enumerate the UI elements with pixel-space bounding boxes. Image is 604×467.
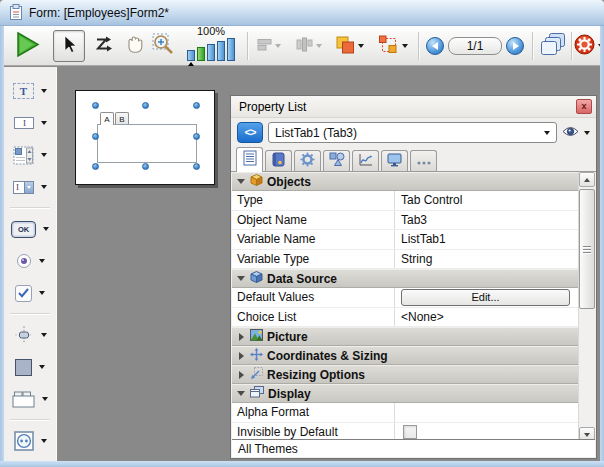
prop-row-variable-type[interactable]: Variable Type String xyxy=(232,250,578,270)
theme-tab-list[interactable] xyxy=(236,147,263,172)
close-icon[interactable]: x xyxy=(576,99,592,114)
zoom-bar-50[interactable] xyxy=(187,50,195,61)
section-display[interactable]: Display xyxy=(232,384,578,403)
tab-control-tool-button[interactable] xyxy=(4,383,56,415)
selection-handle-mid-right[interactable] xyxy=(193,133,200,140)
selection-handle-bottom-right[interactable] xyxy=(193,163,200,170)
button-tool-caret[interactable] xyxy=(43,227,49,231)
checkbox-tool-button[interactable] xyxy=(4,277,56,309)
prop-value[interactable]: ListTab1 xyxy=(394,230,578,249)
prop-value[interactable]: <None> xyxy=(394,308,578,327)
align-dropdown-caret[interactable] xyxy=(275,44,281,48)
selection-tool-button[interactable] xyxy=(53,30,85,62)
objects-cube-icon xyxy=(250,174,263,189)
property-grid-scrollbar[interactable] xyxy=(578,172,595,442)
scrollbar-thumb[interactable] xyxy=(579,189,595,309)
zoom-bar-200[interactable] xyxy=(207,44,215,61)
radio-button-tool-button[interactable] xyxy=(4,245,56,277)
zoom-tool-button[interactable] xyxy=(150,32,178,60)
execute-form-button[interactable] xyxy=(12,32,42,60)
selection-handle-top-right[interactable] xyxy=(193,102,200,109)
theme-tab-display[interactable] xyxy=(381,150,408,171)
zoom-bar-800[interactable] xyxy=(227,38,235,61)
group-dropdown-caret[interactable] xyxy=(402,44,408,48)
section-objects[interactable]: Objects xyxy=(232,172,578,191)
picture-icon xyxy=(250,329,263,344)
tab-control-body[interactable] xyxy=(97,124,197,163)
combo-box-tool-button[interactable]: I xyxy=(4,171,56,203)
distribute-button-disabled[interactable] xyxy=(291,34,327,58)
prop-value[interactable]: Tab Control xyxy=(394,191,578,210)
checkbox-tool-caret[interactable] xyxy=(39,291,45,295)
text-tool-icon: T xyxy=(13,83,34,99)
theme-tab-objects[interactable] xyxy=(323,150,350,171)
object-selector-combo[interactable]: ListTab1 (Tab3) xyxy=(268,122,557,143)
page-next-button[interactable] xyxy=(506,37,524,55)
prop-row-variable-name[interactable]: Variable Name ListTab1 xyxy=(232,230,578,250)
prop-value[interactable] xyxy=(394,403,578,422)
layering-dropdown-caret[interactable] xyxy=(358,44,364,48)
prop-value[interactable]: String xyxy=(394,250,578,269)
layering-button[interactable] xyxy=(331,33,369,59)
selection-handle-top-center[interactable] xyxy=(142,102,149,109)
selection-handle-mid-left[interactable] xyxy=(92,133,99,140)
section-resizing-options[interactable]: Resizing Options xyxy=(232,365,578,384)
list-box-tool-button[interactable] xyxy=(4,139,56,171)
list-box-tool-caret[interactable] xyxy=(41,153,47,157)
slider-tool-caret[interactable] xyxy=(41,333,47,337)
input-field-tool-caret[interactable] xyxy=(41,121,47,125)
invisible-by-default-checkbox[interactable] xyxy=(403,425,417,439)
form-canvas[interactable]: A B xyxy=(75,90,215,185)
prop-row-object-name[interactable]: Object Name Tab3 xyxy=(232,211,578,231)
zoom-bars[interactable] xyxy=(187,38,235,61)
window-titlebar[interactable]: Form: [Employees]Form2* xyxy=(0,0,604,26)
prop-row-type[interactable]: Type Tab Control xyxy=(232,191,578,211)
section-coordinates-sizing[interactable]: Coordinates & Sizing xyxy=(232,346,578,365)
pages-manager-button[interactable] xyxy=(538,32,568,60)
plugin-area-tool-caret[interactable] xyxy=(41,439,47,443)
radio-button-tool-caret[interactable] xyxy=(39,259,45,263)
section-data-source[interactable]: Data Source xyxy=(232,269,578,288)
zoom-bar-100-current[interactable] xyxy=(197,47,205,61)
combo-box-tool-caret[interactable] xyxy=(41,185,47,189)
theme-tab-database[interactable] xyxy=(265,150,292,171)
view-options-button[interactable] xyxy=(562,126,590,140)
property-list-titlebar[interactable]: Property List x xyxy=(231,96,596,118)
text-tool-button[interactable]: T xyxy=(4,75,56,107)
page-previous-button[interactable] xyxy=(426,37,444,55)
tab-control-tool-caret[interactable] xyxy=(42,397,48,401)
text-tool-caret[interactable] xyxy=(41,89,47,93)
entry-order-tool-button[interactable] xyxy=(90,32,118,60)
distribute-dropdown-caret[interactable] xyxy=(316,44,322,48)
prop-value[interactable]: Tab3 xyxy=(394,211,578,230)
prop-row-alpha-format[interactable]: Alpha Format xyxy=(232,403,578,423)
form-settings-button[interactable] xyxy=(575,34,603,58)
view-options-caret[interactable] xyxy=(584,131,590,135)
plugin-area-tool-button[interactable] xyxy=(4,425,56,457)
theme-tab-action[interactable] xyxy=(294,150,321,171)
align-button-disabled[interactable] xyxy=(253,34,285,58)
theme-tab-events[interactable] xyxy=(352,150,379,171)
zoom-level-control[interactable]: 100% xyxy=(180,28,242,64)
zoom-bar-400[interactable] xyxy=(217,41,225,61)
page-indicator: 1/1 xyxy=(448,37,502,55)
selection-handle-bottom-left[interactable] xyxy=(92,163,99,170)
tab-control-tab-a[interactable]: A xyxy=(100,112,114,125)
selection-handle-bottom-center[interactable] xyxy=(142,163,149,170)
rectangle-tool-caret[interactable] xyxy=(39,365,45,369)
slider-tool-button[interactable] xyxy=(4,319,56,351)
input-field-tool-button[interactable]: I xyxy=(4,107,56,139)
theme-tab-more[interactable] xyxy=(410,150,437,171)
section-picture[interactable]: Picture xyxy=(232,327,578,346)
hand-pan-tool-button[interactable] xyxy=(120,32,148,60)
selection-handle-top-left[interactable] xyxy=(92,102,99,109)
scroll-up-button[interactable] xyxy=(579,172,595,187)
edit-default-values-button[interactable]: Edit... xyxy=(401,289,570,306)
themes-footer[interactable]: All Themes xyxy=(232,439,595,457)
prop-row-default-values[interactable]: Default Values Edit... xyxy=(232,288,578,308)
shapes-icon xyxy=(329,152,345,170)
prop-row-choice-list[interactable]: Choice List <None> xyxy=(232,308,578,328)
rectangle-tool-button[interactable] xyxy=(4,351,56,383)
group-button[interactable] xyxy=(373,33,413,59)
button-tool-button[interactable]: OK xyxy=(4,213,56,245)
